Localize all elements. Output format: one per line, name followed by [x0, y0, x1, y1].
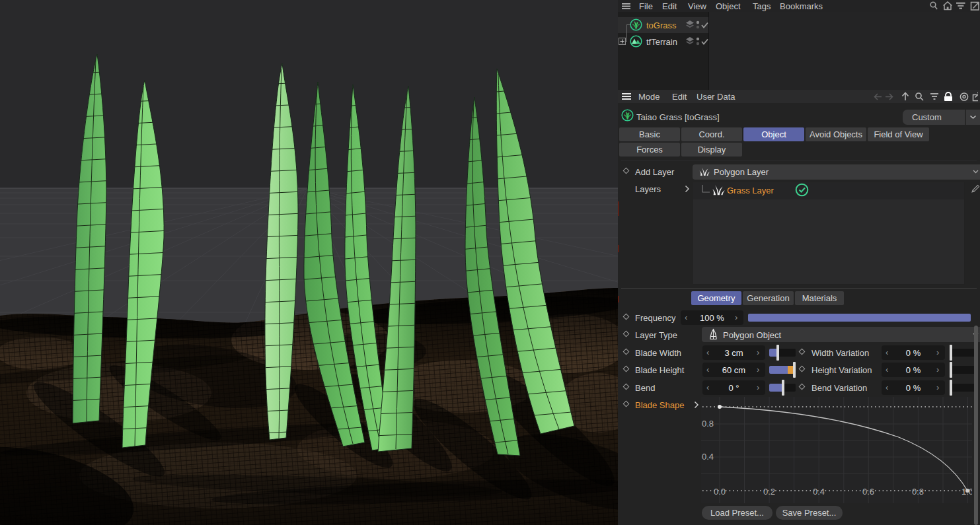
svg-text:0.2: 0.2	[763, 487, 775, 497]
svg-text:0.4: 0.4	[813, 487, 825, 497]
svg-text:0.6: 0.6	[862, 487, 874, 497]
svg-text:0.4: 0.4	[702, 452, 714, 462]
svg-text:0.8: 0.8	[912, 487, 924, 497]
svg-text:0.8: 0.8	[702, 419, 714, 429]
svg-text:0.0: 0.0	[714, 487, 726, 497]
